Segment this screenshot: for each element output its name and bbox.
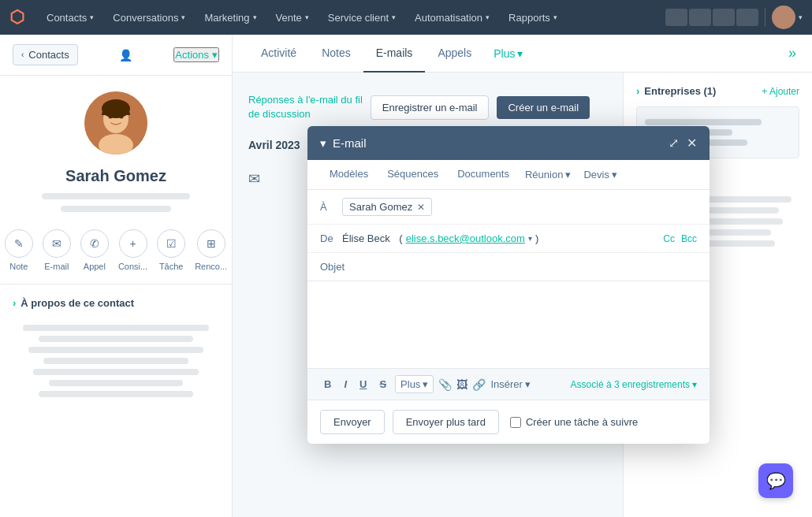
nav-automatisation[interactable]: Automatisation ▾ (405, 0, 499, 35)
nav-contacts-label: Contacts (47, 12, 87, 24)
user-avatar[interactable] (772, 6, 795, 29)
chat-icon: 💬 (766, 471, 786, 490)
tab-activite[interactable]: Activité (248, 35, 309, 73)
nav-icon-4[interactable] (736, 9, 758, 26)
contact-sidebar: ‹ Contacts 👤 Actions ▾ (0, 35, 233, 517)
image-icon[interactable]: 🖼 (456, 378, 467, 391)
modal-tab-reunion[interactable]: Réunion ▾ (519, 160, 577, 189)
modal-tab-documents[interactable]: Documents (448, 160, 519, 189)
cc-button[interactable]: Cc (663, 233, 675, 244)
note-action[interactable]: ✎ Note (5, 229, 33, 271)
send-button[interactable]: Envoyer (320, 410, 385, 434)
email-action[interactable]: ✉ E-mail (43, 229, 71, 271)
add-company-link[interactable]: + Ajouter (762, 86, 799, 97)
about-label: À propos de ce contact (20, 297, 134, 309)
tab-more-label: Plus (494, 47, 515, 60)
companies-header: › Entreprises (1) + Ajouter (636, 85, 799, 97)
nav-divider (765, 8, 765, 27)
task-action[interactable]: ☑ Tâche (157, 229, 185, 271)
task-checkbox[interactable] (510, 417, 521, 428)
toolbar-more-button[interactable]: Plus ▾ (395, 375, 434, 393)
tab-notes[interactable]: Notes (309, 35, 363, 73)
actions-button[interactable]: Actions ▾ (173, 47, 219, 62)
bold-button[interactable]: B (320, 376, 335, 392)
association-link[interactable]: Associé à 3 enregistrements ▾ (571, 379, 697, 390)
devis-caret-icon: ▾ (612, 169, 617, 180)
back-to-contacts-button[interactable]: ‹ Contacts (13, 44, 78, 65)
modal-tab-modeles[interactable]: Modèles (320, 160, 378, 189)
attach-icon[interactable]: 📎 (438, 378, 452, 391)
consig-action[interactable]: + Consi... (118, 229, 147, 271)
toolbar-more-caret-icon: ▾ (423, 378, 428, 390)
link-icon[interactable]: 🔗 (472, 378, 486, 391)
about-line-5 (33, 369, 199, 375)
send-later-button[interactable]: Envoyer plus tard (393, 410, 499, 434)
nav-icon-3[interactable] (713, 9, 735, 26)
back-label: Contacts (28, 49, 69, 61)
recipient-tag: Sarah Gomez ✕ (342, 198, 432, 216)
about-chevron-icon: › (13, 297, 16, 309)
nav-vente-label: Vente (276, 12, 302, 24)
modal-header: ▾ E-mail ⤢ ✕ (307, 126, 710, 160)
modal-tab-sequences-label: Séquences (387, 168, 438, 180)
call-icon: ✆ (80, 229, 109, 258)
modal-tab-reunion-label: Réunion (525, 169, 563, 180)
about-header[interactable]: › À propos de ce contact (13, 294, 219, 312)
toolbar-more-label: Plus (400, 378, 420, 390)
from-dropdown-icon[interactable]: ▾ (528, 234, 532, 243)
call-action[interactable]: ✆ Appel (80, 229, 109, 271)
tab-appels-label: Appels (438, 46, 471, 59)
toolbar-icons: 📎 🖼 🔗 (438, 378, 486, 391)
register-email-button[interactable]: Enregistrer un e-mail (371, 95, 490, 120)
email-action-icon: ✉ (43, 229, 71, 258)
nav-rapports-caret: ▾ (553, 13, 557, 21)
meeting-action[interactable]: ⊞ Renco... (195, 229, 227, 271)
tab-activite-label: Activité (261, 46, 296, 59)
contact-avatar-wrapper (0, 76, 232, 164)
nav-service-caret: ▾ (392, 13, 396, 21)
modal-close-button[interactable]: ✕ (687, 136, 697, 151)
email-body[interactable] (307, 281, 710, 368)
modal-tab-sequences[interactable]: Séquences (378, 160, 448, 189)
nav-marketing[interactable]: Marketing ▾ (195, 0, 266, 35)
tab-appels[interactable]: Appels (425, 35, 484, 73)
nav-vente[interactable]: Vente ▾ (266, 0, 318, 35)
underline-button[interactable]: U (356, 376, 371, 392)
tab-emails[interactable]: E-mails (363, 35, 426, 73)
modal-expand-button[interactable]: ⤢ (669, 136, 679, 151)
about-line-4 (43, 358, 188, 364)
register-email-label: Enregistrer un e-mail (382, 102, 478, 113)
nav-rapports[interactable]: Rapports ▾ (499, 0, 567, 35)
nav-icon-2[interactable] (689, 9, 711, 26)
to-row: À Sarah Gomez ✕ (307, 190, 710, 225)
contact-info-line-1 (42, 193, 189, 199)
create-email-button[interactable]: Créer un e-mail (497, 96, 590, 119)
recipient-name: Sarah Gomez (349, 201, 412, 213)
strikethrough-button[interactable]: S (375, 376, 390, 392)
subject-input[interactable] (352, 261, 697, 273)
tab-more[interactable]: Plus ▾ (484, 47, 532, 60)
companies-label: Entreprises (1) (644, 85, 716, 97)
nav-conversations[interactable]: Conversations ▾ (103, 0, 195, 35)
modal-tab-devis[interactable]: Devis ▾ (577, 160, 624, 189)
user-menu-caret[interactable]: ▾ (799, 13, 803, 21)
italic-button[interactable]: I (340, 376, 351, 392)
remove-recipient-button[interactable]: ✕ (417, 202, 425, 213)
from-label: De (320, 232, 342, 244)
modal-tabs: Modèles Séquences Documents Réunion ▾ De… (307, 160, 710, 190)
companies-title: › Entreprises (1) (636, 85, 716, 97)
bcc-button[interactable]: Bcc (681, 233, 697, 244)
from-email-link[interactable]: elise.s.beck@outlook.com (406, 232, 525, 244)
chat-button[interactable]: 💬 (758, 463, 793, 498)
nav-conversations-label: Conversations (113, 12, 178, 24)
email-filter-text: Réponses à l'e-mail du filde discussion (248, 93, 363, 121)
insert-button[interactable]: Insérer ▾ (490, 378, 530, 390)
cc-bcc-controls: Cc Bcc (663, 233, 697, 244)
double-chevron-icon[interactable]: » (788, 45, 796, 61)
nav-service-client[interactable]: Service client ▾ (318, 0, 405, 35)
from-name: Élise Beck (342, 232, 390, 244)
sidebar-header: ‹ Contacts 👤 Actions ▾ (0, 35, 232, 76)
nav-contacts[interactable]: Contacts ▾ (37, 0, 103, 35)
tabs-bar: Activité Notes E-mails Appels Plus ▾ » (233, 35, 812, 73)
nav-icon-1[interactable] (665, 9, 687, 26)
